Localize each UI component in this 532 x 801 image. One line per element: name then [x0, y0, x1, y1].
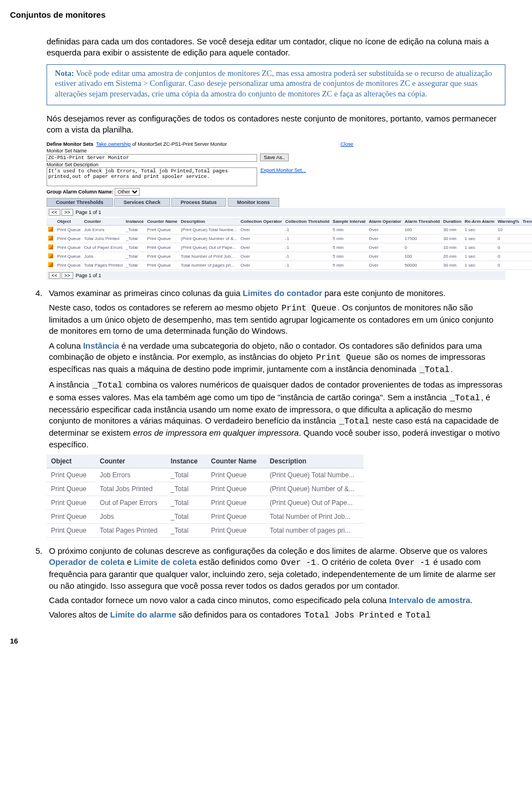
bold-intervalo-amostra: Intervalo de amostra	[389, 595, 470, 605]
col-header: Duration	[442, 218, 463, 226]
edit-icon[interactable]	[48, 236, 53, 241]
note-box: Nota: Você pode editar uma amostra de co…	[47, 64, 505, 106]
pager-prev-button[interactable]: <<	[49, 209, 60, 216]
tab-monitor-icons[interactable]: Monitor Icons	[228, 198, 279, 207]
list-number: 5.	[35, 545, 47, 557]
table-row: Print QueueOut of Paper Errors_TotalPrin…	[47, 496, 364, 509]
pager-next-button[interactable]: >>	[62, 209, 73, 216]
page-title: Conjuntos de monitores	[10, 10, 505, 19]
monitor-set-name-input[interactable]	[47, 154, 257, 162]
col-header: Description	[179, 218, 239, 226]
mono-over-1: Over -1	[393, 558, 431, 568]
tab-process-status[interactable]: Process Status	[171, 198, 226, 207]
col-header: Object	[47, 455, 95, 468]
mono-total: _Total	[449, 394, 481, 403]
mono-total: _Total	[418, 365, 451, 375]
group-alarm-label: Group Alarm Column Name:	[47, 189, 114, 195]
col-header: Re-Arm Alarm	[463, 218, 497, 226]
bold-limite-alarme: Limite do alarme	[110, 610, 176, 619]
pager-bottom: << >> Page 1 of 1	[47, 271, 505, 280]
tabs-row: Counter Thresholds Services Check Proces…	[47, 198, 505, 207]
pager-text: Page 1 of 1	[76, 210, 101, 215]
list-item-5: 5. O próximo conjunto de colunas descrev…	[35, 545, 505, 622]
monitor-set-screenshot: Define Monitor Sets Take ownership of Mo…	[47, 141, 505, 280]
take-ownership-link[interactable]: Take ownership	[96, 141, 131, 147]
list-item-4: 4. Vamos examinar as primeiras cinco col…	[35, 288, 505, 450]
table-row: Print QueueTotal Pages Printed_TotalPrin…	[47, 523, 364, 537]
table-row: Print QueueJobs_TotalPrint Queue Total N…	[47, 252, 532, 261]
tab-services-check[interactable]: Services Check	[114, 198, 170, 207]
monitor-set-name-label: Monitor Set Name	[47, 148, 87, 154]
note-label: Nota:	[55, 69, 74, 78]
edit-icon[interactable]	[48, 227, 53, 232]
bold-instancia: Instância	[83, 341, 119, 350]
col-header: Instance	[166, 455, 207, 468]
col-header: Sample Interval	[331, 218, 367, 226]
save-as-button[interactable]: Save As..	[260, 154, 289, 161]
mono-total: Total	[405, 611, 432, 620]
table-row: Print QueueJobs_TotalPrint QueueTotal Nu…	[47, 509, 364, 523]
pager-prev-button[interactable]: <<	[49, 272, 60, 279]
monitor-set-desc-label: Monitor Set Description	[47, 162, 99, 167]
edit-icon[interactable]	[48, 253, 53, 258]
table-row: Print QueueTotal Jobs Printed_TotalPrint…	[47, 482, 364, 496]
table-row: Print QueueJob Errors_TotalPrint Queue(P…	[47, 468, 364, 482]
intro-paragraph: definidas para cada um dos contadores. S…	[47, 36, 505, 59]
col-header: Counter	[83, 218, 124, 226]
mono-total-jobs-printed: Total Jobs Printed	[303, 611, 395, 620]
col-header: Collection Operator	[239, 218, 284, 226]
col-header: Collection Threshold	[284, 218, 331, 226]
mono-print-queue: Print Queue	[280, 304, 337, 313]
col-header: Object	[55, 218, 83, 226]
tab-counter-thresholds[interactable]: Counter Thresholds	[47, 198, 113, 207]
col-header: Alarm Operator	[367, 218, 403, 226]
bold-limites-do-contador: Limites do contador	[243, 288, 322, 298]
monitor-set-desc-input[interactable]: It's used to check job Errors, Total job…	[47, 167, 257, 186]
mono-total: _Total	[338, 417, 370, 426]
col-header: Counter	[95, 455, 166, 468]
list-number: 4.	[35, 288, 47, 299]
mono-total: _Total	[91, 381, 124, 390]
col-header: Trend Activated?	[521, 218, 532, 226]
table-row: Print QueueTotal Jobs Printed_TotalPrint…	[47, 234, 532, 243]
table-row: Print QueueOut of Paper Errors_TotalPrin…	[47, 243, 532, 252]
edit-icon[interactable]	[48, 244, 53, 249]
page-number: 16	[10, 637, 505, 645]
five-column-table: ObjectCounterInstanceCounter NameDescrip…	[47, 455, 364, 538]
bold-operador-coleta: Operador de coleta	[49, 557, 125, 567]
counter-thresholds-table: ObjectCounterInstanceCounter NameDescrip…	[47, 218, 532, 270]
take-ownership-rest: of MonitorSet ZC-PS1-Print Server Monito…	[131, 141, 227, 147]
table-row: Print QueueTotal Pages Printed_TotalPrin…	[47, 261, 532, 269]
define-label: Define Monitor Sets	[47, 141, 94, 147]
export-monitor-set-link[interactable]: Export Monitor Set...	[260, 167, 306, 173]
col-header: Counter Name	[207, 455, 265, 468]
col-header: Alarm Threshold	[403, 218, 442, 226]
col-header: Warning%	[496, 218, 521, 226]
bold-limite-coleta: Limite de coleta	[134, 557, 197, 567]
table-row: Print QueueJob Errors_TotalPrint Queue (…	[47, 225, 532, 234]
mono-over-1: Over -1	[280, 558, 317, 568]
mono-print-queue: Print Queue	[315, 353, 372, 363]
close-link[interactable]: Close	[341, 141, 354, 147]
pager-text: Page 1 of 1	[76, 273, 101, 278]
edit-icon[interactable]	[48, 262, 53, 267]
col-header: Description	[265, 455, 364, 468]
paragraph-after-note: Nós desejamos rever as configurações de …	[47, 113, 505, 136]
group-alarm-select[interactable]: Other	[115, 188, 140, 196]
col-header: Counter Name	[146, 218, 180, 226]
italic-erros: erros de impressora em qualquer impresso…	[133, 428, 299, 437]
note-text: Você pode editar uma amostra de conjunto…	[55, 69, 492, 99]
pager-top: << >> Page 1 of 1	[47, 208, 505, 217]
pager-next-button[interactable]: >>	[62, 272, 73, 279]
col-header: Instance	[124, 218, 145, 226]
